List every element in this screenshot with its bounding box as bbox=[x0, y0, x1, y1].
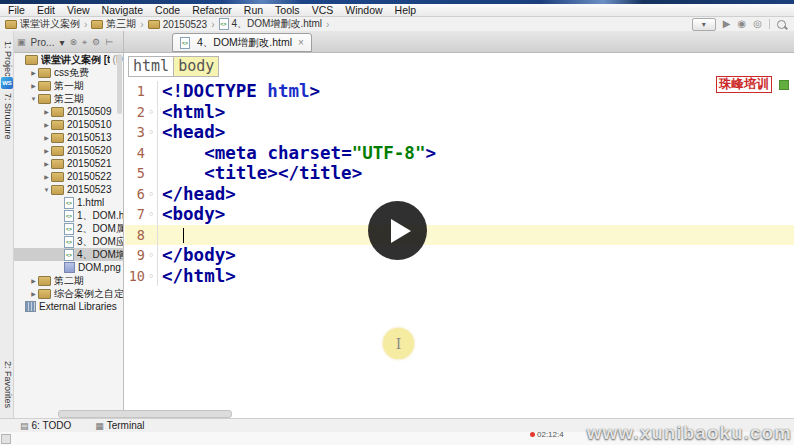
search-icon[interactable] bbox=[777, 20, 786, 29]
library-icon bbox=[25, 301, 36, 312]
toolwindow-favorites[interactable]: 2: Favorites bbox=[3, 361, 13, 408]
code-line-2[interactable]: 2○<html> bbox=[125, 102, 794, 123]
chevron-down-icon[interactable]: ▼ bbox=[29, 96, 38, 102]
recording-time: 02:12:4 bbox=[537, 430, 564, 439]
tree-item[interactable]: 4、DOM增删改. bbox=[14, 248, 123, 261]
collapse-all-icon[interactable]: ⊗ bbox=[69, 37, 77, 47]
tree-item[interactable]: 1.html bbox=[14, 196, 123, 209]
tree-item[interactable]: ▶css免费 bbox=[14, 66, 123, 79]
menu-vcs[interactable]: VCS bbox=[306, 4, 340, 16]
tree-item[interactable]: 2、DOM属性.ht bbox=[14, 222, 123, 235]
fold-marker-icon[interactable]: ○ bbox=[145, 102, 158, 123]
tree-item[interactable]: 3、DOM应用.ht bbox=[14, 235, 123, 248]
html-file-icon bbox=[180, 37, 190, 49]
chevron-right-icon[interactable]: ▶ bbox=[42, 121, 51, 128]
chevron-down-icon[interactable]: ▾ bbox=[59, 37, 64, 48]
project-panel-title[interactable]: Pro... bbox=[31, 37, 55, 48]
menu-edit[interactable]: Edit bbox=[31, 4, 61, 16]
hide-panel-icon[interactable]: ⊢ bbox=[105, 37, 113, 47]
debug-button[interactable]: ◉ bbox=[738, 18, 747, 30]
toolwindow-todo[interactable]: ▤ 6: TODO bbox=[20, 420, 71, 431]
menu-navigate[interactable]: Navigate bbox=[96, 4, 149, 16]
chevron-right-icon[interactable]: ▶ bbox=[42, 147, 51, 154]
tree-item[interactable]: ▶综合案例之自定义表格 bbox=[14, 287, 123, 300]
fold-marker-icon[interactable]: ○ bbox=[145, 245, 158, 266]
close-icon[interactable]: × bbox=[298, 37, 304, 48]
code-text: <meta charset="UTF-8"> bbox=[158, 143, 436, 163]
menu-view[interactable]: View bbox=[61, 4, 96, 16]
tree-item[interactable]: ▶第二期 bbox=[14, 274, 123, 287]
code-line-9[interactable]: 9○</body> bbox=[125, 245, 794, 266]
fold-marker-icon[interactable]: ○ bbox=[145, 184, 158, 205]
breadcrumb-item[interactable]: 第三期 bbox=[91, 17, 136, 31]
breadcrumb-separator: › bbox=[84, 19, 87, 30]
breadcrumb-chip-body[interactable]: body bbox=[173, 56, 219, 77]
chevron-right-icon[interactable]: ▶ bbox=[29, 82, 38, 89]
code-line-5[interactable]: 5 <title></title> bbox=[125, 163, 794, 184]
menu-file[interactable]: File bbox=[2, 4, 31, 16]
tree-item[interactable]: ▶第一期 bbox=[14, 79, 123, 92]
code-line-3[interactable]: 3○<head> bbox=[125, 122, 794, 143]
breadcrumb-item[interactable]: 课堂讲义案例 bbox=[5, 17, 80, 31]
locate-file-icon[interactable]: ⌖ bbox=[82, 37, 87, 48]
video-play-button[interactable] bbox=[368, 201, 427, 260]
tree-item[interactable]: 1、DOM.html bbox=[14, 209, 123, 222]
tree-item[interactable]: ▶20150521 bbox=[14, 157, 123, 170]
tree-item[interactable]: ▼第三期 bbox=[14, 92, 123, 105]
chevron-right-icon[interactable]: ▶ bbox=[42, 134, 51, 141]
code-line-8[interactable]: 8 bbox=[125, 225, 794, 246]
menu-refactor[interactable]: Refactor bbox=[186, 4, 238, 16]
tree-item[interactable]: ▶20150520 bbox=[14, 144, 123, 157]
code-line-1[interactable]: 1<!DOCTYPE html> bbox=[125, 81, 794, 102]
folder-icon bbox=[91, 20, 103, 29]
horizontal-scrollbar[interactable] bbox=[58, 410, 232, 418]
breadcrumb-separator: › bbox=[140, 19, 143, 30]
menu-tools[interactable]: Tools bbox=[269, 4, 306, 16]
toolwindow-terminal[interactable]: ▦ Terminal bbox=[95, 420, 144, 431]
toolwindow-project[interactable]: 1: Project bbox=[3, 41, 13, 79]
gear-icon[interactable]: ⚙ bbox=[92, 37, 100, 47]
chevron-right-icon[interactable]: ▶ bbox=[29, 277, 38, 284]
code-line-7[interactable]: 7○<body> bbox=[125, 204, 794, 225]
chevron-down-icon[interactable]: ▼ bbox=[42, 187, 51, 193]
chevron-right-icon[interactable]: ▶ bbox=[29, 290, 38, 297]
coverage-button[interactable]: ◎ bbox=[753, 18, 762, 30]
line-number: 7 bbox=[125, 206, 145, 222]
tree-item[interactable]: ▼20150523 bbox=[14, 183, 123, 196]
code-editor[interactable]: html body 珠峰培训 1<!DOCTYPE html>2○<html>3… bbox=[125, 53, 794, 418]
tree-item[interactable]: ▶20150522 bbox=[14, 170, 123, 183]
menu-window[interactable]: Window bbox=[339, 4, 388, 16]
fold-marker-icon[interactable]: ○ bbox=[145, 122, 158, 143]
chevron-right-icon[interactable]: ▶ bbox=[42, 173, 51, 180]
run-button[interactable]: ▶ bbox=[723, 18, 731, 30]
breadcrumb-item[interactable]: 20150523 bbox=[148, 19, 208, 30]
code-line-10[interactable]: 10○</html> bbox=[125, 266, 794, 287]
chevron-right-icon[interactable]: ▶ bbox=[29, 69, 38, 76]
record-dot-icon bbox=[530, 432, 535, 437]
run-configuration-dropdown[interactable]: ▾ bbox=[692, 18, 716, 31]
tree-item[interactable]: ▶20150513 bbox=[14, 131, 123, 144]
fold-marker-icon[interactable]: ○ bbox=[145, 266, 158, 287]
menu-code[interactable]: Code bbox=[149, 4, 186, 16]
chevron-right-icon[interactable]: ▶ bbox=[42, 108, 51, 115]
breadcrumb-item[interactable]: 4、DOM增删改.html bbox=[219, 17, 323, 31]
inspection-status-icon[interactable] bbox=[779, 80, 789, 90]
tree-item[interactable]: 课堂讲义案例 [teacher](D bbox=[14, 53, 123, 66]
tab-dom-zengshangai-html[interactable]: 4、DOM增删改.html × bbox=[172, 33, 312, 52]
menu-run[interactable]: Run bbox=[238, 4, 269, 16]
watermark: www.xunibaoku.com bbox=[587, 422, 792, 444]
tree-item[interactable]: DOM.png bbox=[14, 261, 123, 274]
tree-item[interactable]: ▶20150510 bbox=[14, 118, 123, 131]
project-vertical-scrollbar[interactable] bbox=[117, 54, 122, 114]
chevron-right-icon[interactable]: ▶ bbox=[42, 160, 51, 167]
breadcrumb-chip-html[interactable]: html bbox=[128, 56, 174, 77]
tree-item[interactable]: External Libraries bbox=[14, 300, 123, 313]
toolwindow-structure[interactable]: 7: Structure bbox=[3, 93, 13, 140]
tree-item[interactable]: ▶20150509 bbox=[14, 105, 123, 118]
code-line-4[interactable]: 4 <meta charset="UTF-8"> bbox=[125, 143, 794, 164]
toolwindow-switcher-icon[interactable] bbox=[1, 434, 11, 444]
menu-help[interactable]: Help bbox=[389, 4, 423, 16]
fold-marker-icon[interactable]: ○ bbox=[145, 204, 158, 225]
project-folder-icon bbox=[25, 55, 38, 65]
code-line-6[interactable]: 6○</head> bbox=[125, 184, 794, 205]
